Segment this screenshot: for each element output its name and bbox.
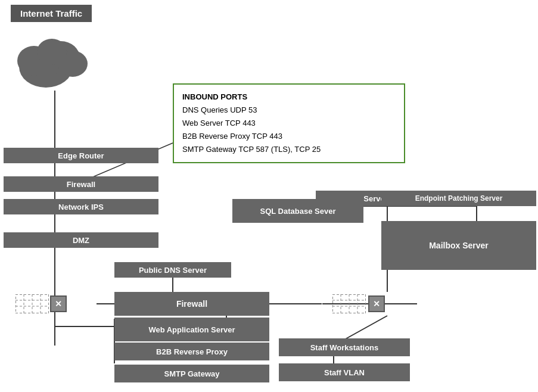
endpoint-patching-box: Endpoint Patching Server — [381, 191, 536, 206]
mailbox-server-box: Mailbox Server — [381, 221, 536, 270]
web-app-server-box: Web Application Server — [114, 318, 269, 341]
inbound-line-2: Web Server TCP 443 — [182, 119, 256, 127]
inbound-line-4: SMTP Gateway TCP 587 (TLS), TCP 25 — [182, 145, 321, 154]
smtp-gateway-box: SMTP Gateway — [114, 365, 269, 382]
network-diagram: Internet Traffic INBOUND PORTS DNS Queri… — [0, 0, 538, 392]
left-x-icon: ✕ — [50, 295, 67, 312]
svg-point-24 — [37, 39, 67, 65]
inbound-title: INBOUND PORTS — [182, 92, 247, 101]
firewall-top-box: Firewall — [4, 176, 158, 192]
inbound-ports-box: INBOUND PORTS DNS Queries UDP 53 Web Ser… — [173, 83, 405, 163]
public-dns-box: Public DNS Server — [114, 262, 231, 278]
network-ips-box: Network IPS — [4, 199, 158, 214]
staff-workstations-box: Staff Workstations — [279, 338, 410, 356]
staff-vlan-box: Staff VLAN — [279, 363, 410, 381]
dmz-box: DMZ — [4, 232, 158, 248]
inbound-line-3: B2B Reverse Proxy TCP 443 — [182, 132, 282, 141]
firewall-mid-box: Firewall — [114, 292, 269, 316]
cloud-icon — [13, 25, 97, 91]
internet-traffic-label: Internet Traffic — [11, 5, 92, 22]
right-switch-icon — [331, 293, 367, 315]
right-x-icon: ✕ — [368, 295, 385, 312]
edge-router-box: Edge Router — [4, 148, 158, 163]
b2b-reverse-proxy-box: B2B Reverse Proxy — [114, 343, 269, 360]
inbound-line-1: DNS Queries UDP 53 — [182, 105, 257, 114]
left-switch-icon — [14, 293, 50, 315]
sql-database-box: SQL Database Sever — [232, 199, 363, 223]
